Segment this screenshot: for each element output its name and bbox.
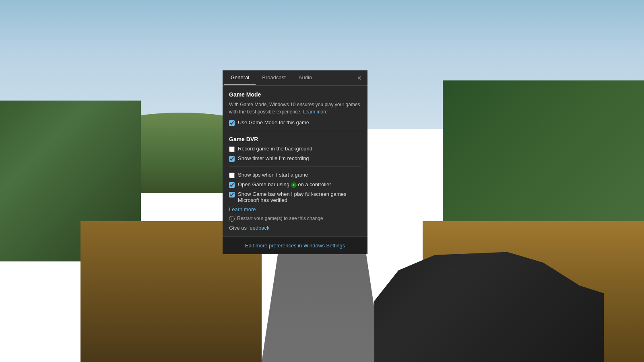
divider-1 [229,131,361,131]
game-dvr-title: Game DVR [229,136,361,142]
show-tips-row: Show tips when I start a game [229,172,361,178]
game-dvr-section: Game DVR Record game in the background S… [229,136,361,162]
feedback-row: Give us feedback [229,225,361,231]
open-gamebar-checkbox[interactable] [229,182,235,188]
game-mode-learn-more-link[interactable]: Learn more [303,109,327,115]
windows-settings-link[interactable]: Edit more preferences in Windows Setting… [245,243,345,249]
game-mode-section: Game Mode With Game Mode, Windows 10 ens… [229,91,361,126]
tab-general[interactable]: General [224,70,256,85]
tab-audio[interactable]: Audio [292,70,318,85]
use-game-mode-label: Use Game Mode for this game [238,119,309,125]
restart-info-row: i Restart your game(s) to see this chang… [229,216,361,222]
settings-dialog: General Broadcast Audio ✕ Game Mode With… [223,70,367,254]
show-timer-checkbox[interactable] [229,156,235,162]
show-gamebar-checkbox[interactable] [229,192,235,197]
tab-broadcast[interactable]: Broadcast [256,70,292,85]
feedback-prefix: Give us [229,225,248,231]
divider-2 [229,167,361,167]
close-button[interactable]: ✕ [353,72,366,84]
show-timer-row: Show timer while I'm recording [229,155,361,162]
show-tips-label: Show tips when I start a game [238,172,308,178]
open-gamebar-row: Open Game bar using X on a controller [229,181,361,188]
use-game-mode-row: Use Game Mode for this game [229,119,361,126]
game-mode-title: Game Mode [229,91,361,98]
show-gamebar-row: Show Game bar when I play full-screen ga… [229,191,361,203]
misc-learn-more-link[interactable]: Learn more [229,206,361,212]
record-game-checkbox[interactable] [229,146,235,152]
open-gamebar-label: Open Game bar using X on a controller [238,181,331,188]
show-timer-label: Show timer while I'm recording [238,155,309,161]
show-gamebar-label: Show Game bar when I play full-screen ga… [238,191,361,203]
dialog-header: General Broadcast Audio ✕ [223,70,367,86]
dialog-footer: Edit more preferences in Windows Setting… [223,237,367,254]
game-mode-desc-text: With Game Mode, Windows 10 ensures you p… [229,102,360,115]
use-game-mode-checkbox[interactable] [229,120,235,126]
dialog-body: Game Mode With Game Mode, Windows 10 ens… [223,86,367,237]
restart-label: Restart your game(s) to see this change [237,216,323,221]
game-mode-description: With Game Mode, Windows 10 ensures you p… [229,101,361,115]
feedback-link[interactable]: feedback [248,225,270,231]
misc-section: Show tips when I start a game Open Game … [229,172,361,222]
xbox-icon: X [291,182,297,188]
info-icon: i [229,216,235,222]
record-game-row: Record game in the background [229,146,361,152]
record-game-label: Record game in the background [238,146,312,152]
tab-bar: General Broadcast Audio [224,70,353,85]
show-tips-checkbox[interactable] [229,173,235,178]
